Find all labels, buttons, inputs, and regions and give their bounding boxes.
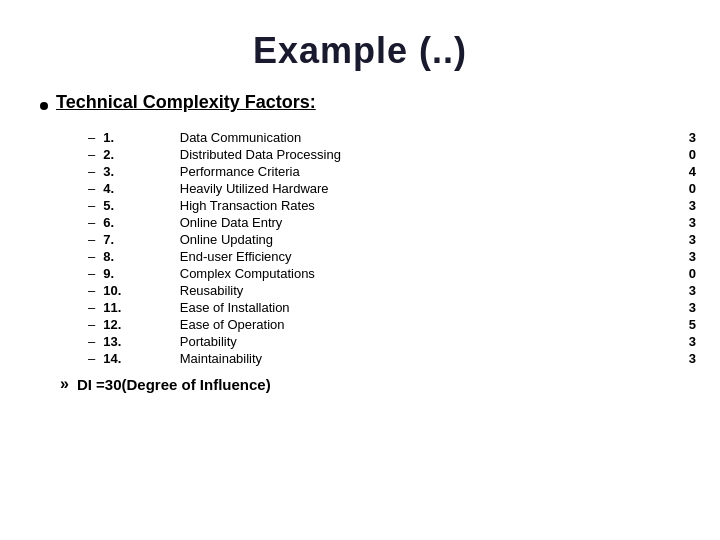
label-cell: End-user Efficiency (176, 248, 657, 265)
number-cell: 14. (99, 350, 175, 367)
dash-cell: – (60, 231, 99, 248)
table-row: – 14. Maintainability 3 (60, 350, 700, 367)
table-row: – 10. Reusability 3 (60, 282, 700, 299)
dash-cell: – (60, 282, 99, 299)
table-row: – 1. Data Communication 3 (60, 129, 700, 146)
dash-cell: – (60, 129, 99, 146)
value-cell: 3 (656, 197, 700, 214)
dash-cell: – (60, 180, 99, 197)
dash-cell: – (60, 265, 99, 282)
page-title: Example (..) (253, 30, 467, 72)
dash-cell: – (60, 214, 99, 231)
label-cell: Maintainability (176, 350, 657, 367)
value-cell: 3 (656, 333, 700, 350)
number-cell: 3. (99, 163, 175, 180)
table-row: – 11. Ease of Installation 3 (60, 299, 700, 316)
dash-cell: – (60, 299, 99, 316)
footer-text: DI =30(Degree of Influence) (77, 376, 271, 393)
label-cell: Reusability (176, 282, 657, 299)
number-cell: 12. (99, 316, 175, 333)
footer-di: » DI =30(Degree of Influence) (60, 375, 680, 393)
number-cell: 1. (99, 129, 175, 146)
number-cell: 4. (99, 180, 175, 197)
table-row: – 4. Heavily Utilized Hardware 0 (60, 180, 700, 197)
label-cell: Portability (176, 333, 657, 350)
value-cell: 5 (656, 316, 700, 333)
table-row: – 5. High Transaction Rates 3 (60, 197, 700, 214)
dash-cell: – (60, 146, 99, 163)
value-cell: 3 (656, 248, 700, 265)
dash-cell: – (60, 163, 99, 180)
dash-cell: – (60, 316, 99, 333)
arrow-icon: » (60, 375, 69, 393)
dash-cell: – (60, 197, 99, 214)
section-technical-complexity: Technical Complexity Factors: – 1. Data … (40, 92, 680, 393)
label-cell: Online Data Entry (176, 214, 657, 231)
label-cell: Complex Computations (176, 265, 657, 282)
table-row: – 2. Distributed Data Processing 0 (60, 146, 700, 163)
number-cell: 13. (99, 333, 175, 350)
label-cell: Ease of Installation (176, 299, 657, 316)
label-cell: High Transaction Rates (176, 197, 657, 214)
value-cell: 3 (656, 231, 700, 248)
table-row: – 7. Online Updating 3 (60, 231, 700, 248)
number-cell: 8. (99, 248, 175, 265)
label-cell: Data Communication (176, 129, 657, 146)
table-row: – 6. Online Data Entry 3 (60, 214, 700, 231)
label-cell: Heavily Utilized Hardware (176, 180, 657, 197)
number-cell: 10. (99, 282, 175, 299)
number-cell: 6. (99, 214, 175, 231)
value-cell: 4 (656, 163, 700, 180)
number-cell: 5. (99, 197, 175, 214)
table-row: – 3. Performance Criteria 4 (60, 163, 700, 180)
label-cell: Online Updating (176, 231, 657, 248)
table-row: – 12. Ease of Operation 5 (60, 316, 700, 333)
section-heading: Technical Complexity Factors: (56, 92, 316, 113)
value-cell: 3 (656, 129, 700, 146)
number-cell: 11. (99, 299, 175, 316)
table-row: – 9. Complex Computations 0 (60, 265, 700, 282)
table-row: – 13. Portability 3 (60, 333, 700, 350)
label-cell: Performance Criteria (176, 163, 657, 180)
complexity-table: – 1. Data Communication 3 – 2. Distribut… (60, 129, 700, 367)
dash-cell: – (60, 248, 99, 265)
value-cell: 0 (656, 146, 700, 163)
value-cell: 3 (656, 214, 700, 231)
label-cell: Distributed Data Processing (176, 146, 657, 163)
value-cell: 0 (656, 180, 700, 197)
bullet-icon (40, 102, 48, 110)
value-cell: 3 (656, 282, 700, 299)
number-cell: 7. (99, 231, 175, 248)
value-cell: 3 (656, 299, 700, 316)
value-cell: 3 (656, 350, 700, 367)
dash-cell: – (60, 333, 99, 350)
dash-cell: – (60, 350, 99, 367)
value-cell: 0 (656, 265, 700, 282)
number-cell: 2. (99, 146, 175, 163)
label-cell: Ease of Operation (176, 316, 657, 333)
number-cell: 9. (99, 265, 175, 282)
table-row: – 8. End-user Efficiency 3 (60, 248, 700, 265)
